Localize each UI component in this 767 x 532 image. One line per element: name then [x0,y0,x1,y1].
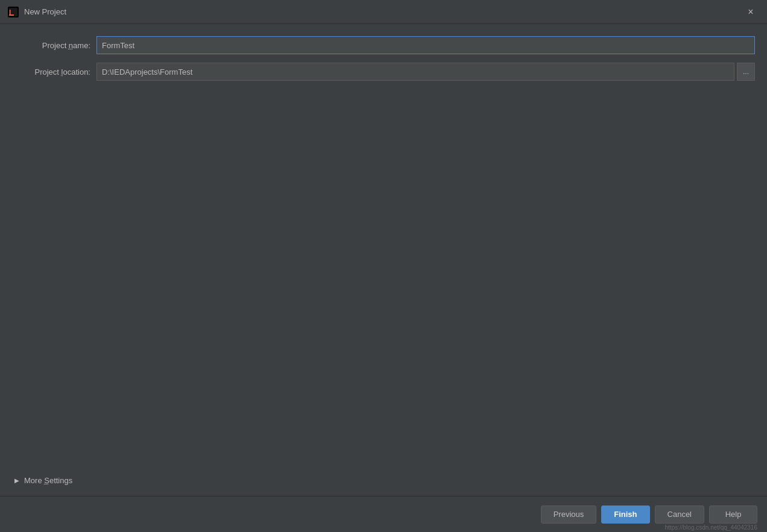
finish-button[interactable]: Finish [601,505,649,524]
project-location-field-row: ... [96,63,755,81]
content-spacer [12,89,755,471]
project-name-input[interactable] [96,36,755,54]
previous-button[interactable]: Previous [541,505,597,524]
browse-button[interactable]: ... [737,63,755,81]
svg-rect-3 [9,14,14,16]
title-bar: I New Project × [0,0,767,24]
app-icon: I [7,6,19,18]
footer: Previous Finish Cancel Help https://blog… [0,496,767,532]
watermark: https://blog.csdn.net/qq_44042316 [665,524,757,531]
content-area: Project name: Project location: ... ▶ Mo… [0,24,767,496]
cancel-button[interactable]: Cancel [655,505,704,524]
dialog-title: New Project [24,7,742,16]
project-location-row: Project location: ... [12,63,755,81]
project-name-label: Project name: [12,41,96,50]
dialog-window: I New Project × Project name: Project lo… [0,0,767,532]
project-location-label: Project location: [12,67,96,77]
more-settings-row[interactable]: ▶ More Settings [12,471,755,490]
project-location-input[interactable] [96,63,734,81]
close-button[interactable]: × [742,3,760,21]
more-settings-arrow-icon: ▶ [12,475,22,485]
more-settings-label: More Settings [24,476,72,485]
help-button[interactable]: Help [709,505,757,524]
project-name-row: Project name: [12,36,755,54]
